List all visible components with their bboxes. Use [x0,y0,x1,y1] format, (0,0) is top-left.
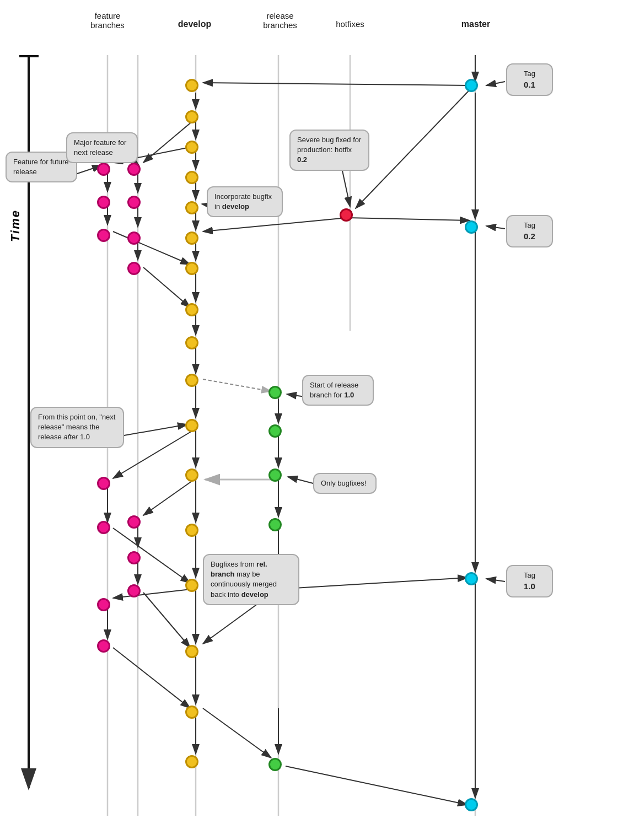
feature1-node-2 [97,196,110,209]
start-release-text: Start of release branch for 1.0 [310,381,358,399]
develop-node-3 [185,141,198,154]
svg-line-57 [356,91,469,208]
develop-node-9 [185,336,198,349]
release-node-2 [268,424,282,438]
feature-branches-header: feature branches [80,11,135,30]
feature-future-text: Feature for future release [13,158,68,176]
feature2-node-4 [127,262,141,275]
feature1-node-1 [97,163,110,176]
incorporate-bugfix-callout: Incorporate bugfix in develop [207,186,283,217]
feature2-node-7 [127,584,141,597]
release-node-3 [268,469,282,482]
severe-bug-callout: Severe bug fixed for production: hotfix … [289,130,369,171]
hotfix-node-1 [340,208,353,222]
incorporate-bugfix-text: Incorporate bugfix in develop [214,192,272,211]
develop-node-14 [185,579,198,592]
develop-node-4 [185,171,198,184]
svg-line-58 [203,218,347,231]
release-branches-header: release branches [252,11,308,30]
release-node-6 [268,758,282,771]
only-bugfixes-text: Only bugfixes! [321,479,366,487]
svg-line-55 [286,766,468,805]
svg-line-45 [143,593,190,648]
master-node-4 [465,798,478,811]
feature2-node-3 [127,231,141,245]
start-release-callout: Start of release branch for 1.0 [302,375,374,406]
develop-node-13 [185,524,198,537]
major-feature-callout: Major feature for next release [66,132,138,163]
svg-line-64 [203,83,469,85]
svg-line-30 [113,231,190,265]
feature1-node-4 [97,477,110,490]
major-feature-text: Major feature for next release [74,138,126,157]
time-label: Time [8,209,23,242]
feature1-node-6 [97,598,110,611]
svg-line-32 [113,429,196,478]
svg-line-59 [347,218,470,220]
develop-node-2 [185,110,198,123]
master-node-1 [465,79,478,92]
tag-0-2-label: Tag [514,220,545,230]
svg-line-44 [143,478,196,515]
svg-line-52 [286,578,468,589]
svg-line-41 [143,267,190,308]
feature2-node-5 [127,515,141,529]
svg-line-46 [203,379,271,391]
develop-node-15 [185,645,198,658]
tag-1-0-box: Tag 1.0 [506,565,553,597]
feature1-node-5 [97,521,110,534]
develop-node-7 [185,262,198,275]
develop-node-17 [185,755,198,768]
release-node-4 [268,518,282,531]
feature2-node-2 [127,196,141,209]
svg-line-67 [486,579,505,581]
develop-header: develop [170,19,219,29]
master-node-3 [465,572,478,585]
bugfixes-merged-text: Bugfixes from rel. branch may be continu… [211,560,277,599]
develop-node-1 [185,79,198,92]
feature2-node-6 [127,551,141,564]
develop-node-6 [185,231,198,245]
only-bugfixes-callout: Only bugfixes! [313,473,377,494]
tag-0-2-box: Tag 0.2 [506,215,553,247]
svg-line-35 [113,589,196,598]
svg-line-33 [113,528,190,583]
svg-line-54 [203,708,271,758]
hotfixes-header: hotfixes [328,19,372,29]
develop-node-5 [185,201,198,214]
tag-0-1-label: Tag [514,69,545,79]
release-node-1 [268,386,282,399]
svg-line-65 [486,82,505,85]
master-node-2 [465,220,478,234]
tag-0-2-value: 0.2 [514,230,545,242]
develop-node-10 [185,374,198,387]
tag-0-1-value: 0.1 [514,79,545,90]
feature1-node-7 [97,639,110,653]
tag-1-0-value: 1.0 [514,580,545,592]
develop-node-16 [185,706,198,719]
svg-line-75 [124,424,187,435]
svg-line-66 [486,226,505,229]
severe-bug-text: Severe bug fixed for production: hotfix … [297,136,361,164]
diagram-container: feature branches develop release branche… [0,0,634,840]
bugfixes-merged-callout: Bugfixes from rel. branch may be continu… [203,554,299,605]
develop-node-11 [185,419,198,432]
svg-line-71 [342,168,350,207]
svg-line-36 [113,648,190,708]
tag-0-1-box: Tag 0.1 [506,63,553,96]
feature1-node-3 [97,229,110,242]
develop-node-8 [185,303,198,316]
tag-1-0-label: Tag [514,570,545,580]
from-this-point-text: From this point on, "next release" means… [38,413,115,441]
develop-node-12 [185,469,198,482]
feature2-node-1 [127,163,141,176]
svg-line-40 [143,119,196,163]
master-header: master [456,19,495,29]
from-this-point-callout: From this point on, "next release" means… [30,407,124,448]
